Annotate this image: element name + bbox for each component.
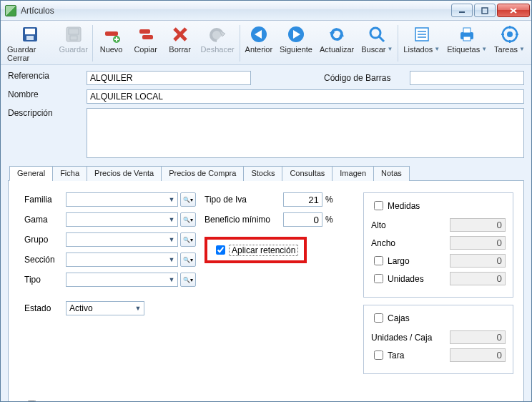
- seccion-lookup-button[interactable]: 🔍▾: [180, 253, 196, 267]
- descripcion-input[interactable]: [87, 108, 524, 158]
- tab-precios-venta[interactable]: Precios de Venta: [87, 166, 162, 181]
- minimize-icon: [458, 7, 466, 14]
- chevron-down-icon: ▼: [481, 46, 487, 52]
- close-button[interactable]: [497, 4, 530, 17]
- medidas-title: Medidas: [388, 201, 420, 211]
- imprimir-solo-desc-label: Imprimir sólo la Descripción: [41, 401, 146, 402]
- gama-combo[interactable]: [66, 212, 178, 227]
- window-title: Artículos: [21, 6, 451, 16]
- anterior-button[interactable]: Anterior: [242, 22, 277, 64]
- tabs-strip: General Ficha Precios de Venta Precios d…: [8, 165, 524, 181]
- gama-lookup-button[interactable]: 🔍▾: [180, 212, 196, 227]
- tara-label: Tara: [371, 348, 450, 362]
- tab-general[interactable]: General: [9, 166, 53, 181]
- cajas-checkbox[interactable]: [374, 313, 383, 323]
- save-close-icon: [20, 24, 40, 44]
- tipo-lookup-button[interactable]: 🔍▾: [180, 273, 196, 287]
- next-icon: [286, 24, 306, 44]
- tab-consultas[interactable]: Consultas: [282, 166, 332, 181]
- toolbar: Guardar Cerrar Guardar Nuevo Cop: [1, 21, 531, 65]
- svg-rect-9: [70, 36, 77, 40]
- familia-lookup-button[interactable]: 🔍▾: [180, 192, 196, 207]
- buscar-button[interactable]: Buscar▼: [358, 22, 396, 64]
- delete-icon: [170, 24, 190, 44]
- window-buttons: [451, 4, 530, 17]
- guardar-button[interactable]: Guardar: [56, 22, 91, 64]
- familia-combo[interactable]: [66, 192, 178, 207]
- etiquetas-button[interactable]: Etiquetas▼: [443, 22, 491, 64]
- percent-sign: %: [325, 195, 333, 205]
- tab-imagen[interactable]: Imagen: [332, 166, 374, 181]
- grupo-lookup-button[interactable]: 🔍▾: [180, 232, 196, 247]
- dimensions-column: Medidas Alto Ancho Largo Unidades Cajas …: [363, 192, 513, 374]
- estado-label: Estado: [24, 303, 66, 313]
- client-area: Referencia Código de Barras Nombre Descr…: [1, 65, 531, 401]
- actualizar-button[interactable]: Actualizar: [316, 22, 358, 64]
- aplicar-retencion-highlight: Aplicar retención: [205, 237, 307, 263]
- svg-rect-5: [25, 29, 35, 34]
- barcode-input[interactable]: [410, 71, 524, 85]
- nuevo-button[interactable]: Nuevo: [94, 22, 129, 64]
- header-fields: Referencia Código de Barras Nombre Descr…: [8, 71, 524, 158]
- maximize-button[interactable]: [474, 4, 496, 17]
- tipo-iva-input[interactable]: [283, 192, 322, 207]
- svg-point-35: [507, 31, 513, 37]
- medidas-checkbox[interactable]: [374, 201, 383, 210]
- largo-checkbox[interactable]: [374, 256, 383, 265]
- svg-rect-10: [105, 31, 118, 36]
- familia-label: Familia: [24, 195, 66, 205]
- titlebar: Artículos: [1, 1, 531, 21]
- nombre-input[interactable]: [87, 89, 524, 104]
- unidades-checkbox[interactable]: [374, 274, 383, 283]
- tasks-icon: [500, 24, 520, 44]
- tara-input: [450, 348, 506, 362]
- alto-input: [450, 218, 506, 232]
- beneficio-min-input[interactable]: [283, 212, 322, 227]
- deshacer-button[interactable]: Deshacer: [197, 22, 238, 64]
- svg-rect-8: [69, 29, 79, 34]
- aplicar-retencion-checkbox[interactable]: [216, 245, 225, 255]
- seccion-label: Sección: [24, 255, 66, 265]
- svg-rect-1: [482, 8, 488, 14]
- tabs-container: General Ficha Precios de Venta Precios d…: [8, 165, 524, 401]
- tab-general-body: Familia ▼ 🔍▾ Gama ▼ 🔍▾ Grupo ▼ 🔍▾: [9, 181, 523, 401]
- tab-precios-compra[interactable]: Precios de Compra: [161, 166, 244, 181]
- imprimir-solo-desc-checkbox[interactable]: [27, 401, 36, 401]
- borrar-button[interactable]: Borrar: [163, 22, 197, 64]
- guardar-cerrar-button[interactable]: Guardar Cerrar: [4, 22, 56, 64]
- chevron-down-icon: ▼: [434, 46, 440, 52]
- seccion-combo[interactable]: [66, 253, 178, 267]
- chevron-down-icon: ▼: [519, 46, 525, 52]
- referencia-label: Referencia: [8, 71, 79, 85]
- tareas-button[interactable]: Tareas▼: [491, 22, 528, 64]
- pricing-column: Tipo de Iva % Beneficio mínimo % Aplicar…: [205, 192, 355, 374]
- referencia-input[interactable]: [87, 71, 251, 85]
- svg-rect-33: [463, 36, 471, 41]
- listados-button[interactable]: Listados▼: [400, 22, 443, 64]
- copy-icon: [136, 24, 156, 44]
- bottom-options: Imprimir sólo la Descripción Artículo in…: [24, 380, 355, 401]
- grupo-combo[interactable]: [66, 232, 178, 247]
- tipo-combo[interactable]: [66, 273, 178, 287]
- articulos-window: Artículos Guardar Cerrar: [0, 0, 532, 402]
- tipo-iva-label: Tipo de Iva: [205, 195, 283, 205]
- tab-ficha[interactable]: Ficha: [52, 166, 87, 181]
- svg-marker-24: [339, 32, 344, 36]
- classification-column: Familia ▼ 🔍▾ Gama ▼ 🔍▾ Grupo ▼ 🔍▾: [24, 192, 196, 374]
- new-icon: [102, 24, 122, 44]
- medidas-group: Medidas Alto Ancho Largo Unidades: [363, 192, 513, 298]
- beneficio-min-label: Beneficio mínimo: [205, 215, 283, 225]
- tab-notas[interactable]: Notas: [373, 166, 410, 181]
- svg-rect-14: [139, 29, 150, 34]
- siguiente-button[interactable]: Siguiente: [276, 22, 316, 64]
- copiar-button[interactable]: Copiar: [129, 22, 163, 64]
- list-icon: [412, 24, 432, 44]
- minimize-button[interactable]: [451, 4, 473, 17]
- tab-stocks[interactable]: Stocks: [243, 166, 282, 181]
- descripcion-label: Descripción: [8, 108, 79, 158]
- cajas-title: Cajas: [388, 313, 410, 323]
- estado-combo[interactable]: [66, 301, 144, 315]
- tara-checkbox[interactable]: [374, 350, 383, 360]
- svg-rect-32: [463, 28, 471, 33]
- alto-label: Alto: [371, 220, 450, 230]
